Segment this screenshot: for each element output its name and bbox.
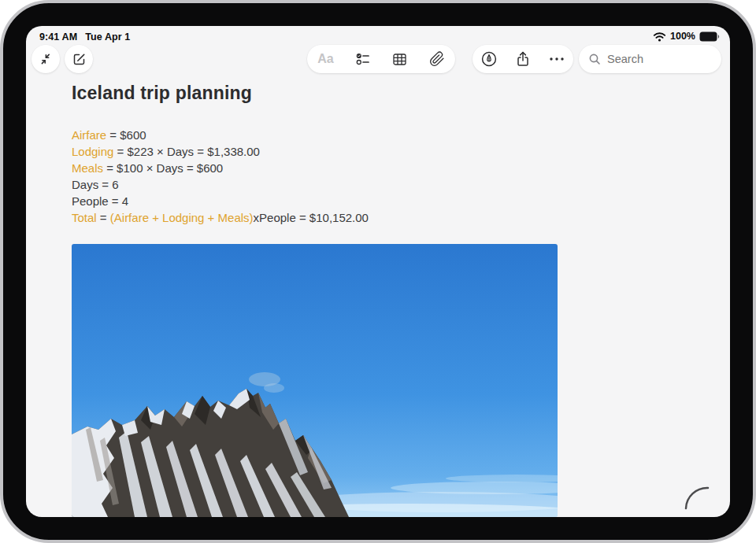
collapse-arrows-icon — [39, 52, 53, 66]
status-time: 9:41 AM — [39, 31, 77, 42]
math-variable: Airfare — [72, 128, 106, 142]
math-variable: Lodging — [72, 145, 113, 158]
format-toolbar: Aa — [307, 45, 455, 73]
note-line[interactable]: Airfare = $600 — [72, 127, 369, 143]
collapse-note-button[interactable] — [32, 45, 60, 73]
search-input[interactable] — [607, 53, 730, 65]
device-bezel: 9:41 AM Tue Apr 1 100% — [0, 0, 756, 543]
status-bar-left: 9:41 AM Tue Apr 1 — [39, 31, 130, 42]
text-format-button[interactable]: Aa — [307, 45, 344, 73]
attach-file-button[interactable] — [418, 45, 455, 73]
format-aa-label: Aa — [317, 52, 333, 66]
mountain-photo[interactable] — [72, 244, 558, 517]
battery-percent: 100% — [670, 31, 695, 42]
note-text: = $600 — [106, 128, 146, 142]
status-bar-right: 100% — [653, 31, 720, 42]
note-line[interactable]: People = 4 — [72, 193, 369, 209]
math-variable: (Airfare + Lodging + Meals) — [110, 211, 254, 224]
note-title[interactable]: Iceland trip planning — [72, 83, 252, 104]
checklist-button[interactable] — [344, 45, 381, 73]
note-line[interactable]: Days = 6 — [72, 176, 369, 193]
actions-toolbar — [472, 45, 573, 73]
more-options-button[interactable] — [539, 45, 573, 73]
pen-circle-icon — [480, 50, 498, 68]
checklist-icon — [355, 52, 371, 66]
search-icon — [588, 53, 602, 66]
new-note-button[interactable] — [65, 45, 93, 73]
note-text: xPeople = $10,152.00 — [254, 211, 369, 224]
note-text: = $223 × Days = $1,338.00 — [113, 145, 260, 158]
battery-icon — [699, 31, 720, 42]
note-line[interactable]: Lodging = $223 × Days = $1,338.00 — [72, 143, 369, 160]
ipad-mockup: 9:41 AM Tue Apr 1 100% — [0, 0, 756, 543]
mountain-photo-graphic — [72, 244, 558, 517]
note-text: = — [97, 211, 110, 224]
share-icon — [515, 50, 531, 68]
ellipsis-icon — [549, 57, 565, 61]
table-icon — [392, 53, 407, 66]
search-bar[interactable] — [579, 45, 721, 73]
note-line[interactable]: Meals = $100 × Days = $600 — [72, 160, 369, 176]
math-variable: Total — [72, 211, 97, 224]
notes-app-screen: 9:41 AM Tue Apr 1 100% — [26, 26, 730, 517]
corner-swipe-indicator[interactable] — [683, 470, 730, 517]
note-text: = $100 × Days = $600 — [103, 161, 223, 175]
compose-icon — [72, 52, 87, 67]
markup-button[interactable] — [472, 45, 506, 73]
paperclip-icon — [429, 51, 445, 67]
math-variable: Meals — [72, 161, 103, 175]
note-body[interactable]: Airfare = $600Lodging = $223 × Days = $1… — [72, 127, 369, 226]
wifi-icon — [653, 31, 666, 42]
note-line[interactable]: Total = (Airfare + Lodging + Meals)xPeop… — [72, 209, 369, 226]
note-text: Days = 6 — [72, 178, 119, 191]
insert-table-button[interactable] — [381, 45, 418, 73]
share-button[interactable] — [506, 45, 540, 73]
note-text: People = 4 — [72, 194, 128, 208]
status-date: Tue Apr 1 — [85, 31, 130, 42]
